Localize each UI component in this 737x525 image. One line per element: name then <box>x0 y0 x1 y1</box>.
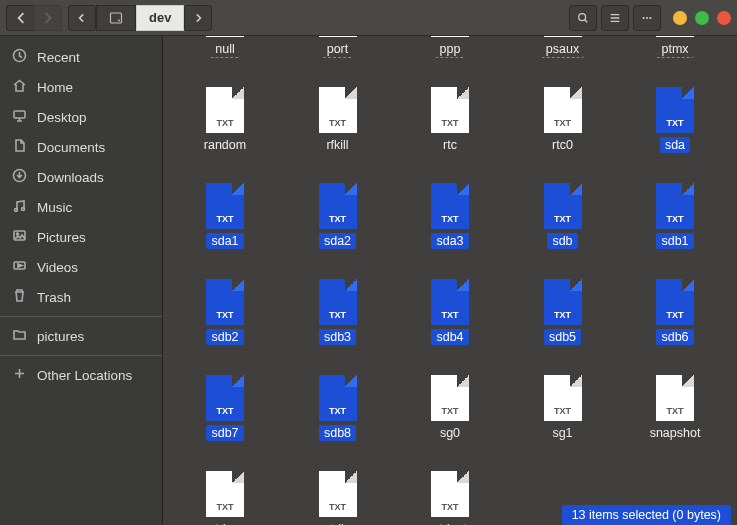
content-area: TXT null TXT port TXT ppp TXT psaux <box>163 36 737 525</box>
file-ext-label: TXT <box>544 310 582 320</box>
text-file-icon: TXT <box>431 87 469 133</box>
file-item[interactable]: TXT sda3 <box>394 177 506 273</box>
file-ext-label: TXT <box>319 502 357 512</box>
path-prev-button[interactable] <box>68 5 96 31</box>
file-item[interactable]: TXT sg1 <box>507 369 619 465</box>
file-grid[interactable]: TXT null TXT port TXT ppp TXT psaux <box>163 36 737 525</box>
view-list-button[interactable] <box>601 5 629 31</box>
recent-icon <box>12 48 27 66</box>
text-file-icon: TXT <box>431 279 469 325</box>
svg-point-5 <box>649 16 651 18</box>
file-item[interactable]: TXT null <box>169 36 281 81</box>
trash-icon <box>12 288 27 306</box>
text-file-icon: TXT <box>544 87 582 133</box>
file-name-label: sdb3 <box>319 329 356 345</box>
file-name-label: sg0 <box>435 425 465 441</box>
file-item[interactable]: TXT sdb5 <box>507 273 619 369</box>
svg-point-3 <box>642 16 644 18</box>
desktop-icon <box>12 108 27 126</box>
file-name-label: sda3 <box>431 233 468 249</box>
file-name-label: sdb8 <box>319 425 356 441</box>
file-item[interactable]: TXT sg0 <box>394 369 506 465</box>
file-item[interactable]: TXT sdb1 <box>619 177 731 273</box>
path-current-segment[interactable]: dev <box>136 5 184 31</box>
file-item[interactable]: TXT rfkill <box>282 81 394 177</box>
file-item[interactable]: TXT sdb7 <box>169 369 281 465</box>
text-file-icon: TXT <box>544 183 582 229</box>
sidebar-item-documents[interactable]: Documents <box>0 132 162 162</box>
file-item[interactable]: TXT stderr <box>169 465 281 525</box>
text-file-icon: TXT <box>656 183 694 229</box>
file-item[interactable]: TXT random <box>169 81 281 177</box>
file-name-label: snapshot <box>645 425 706 441</box>
file-name-label: sdb <box>547 233 577 249</box>
file-name-label: sdb6 <box>656 329 693 345</box>
text-file-icon: TXT <box>544 375 582 421</box>
toolbar: dev <box>0 0 737 36</box>
file-item[interactable]: TXT sdb4 <box>394 273 506 369</box>
file-item[interactable]: TXT sdb2 <box>169 273 281 369</box>
file-item[interactable]: TXT sda <box>619 81 731 177</box>
text-file-icon: TXT <box>656 279 694 325</box>
path-next-button[interactable] <box>184 5 212 31</box>
sidebar-item-label: Trash <box>37 290 71 305</box>
file-item[interactable]: TXT rtc <box>394 81 506 177</box>
file-item[interactable]: TXT stdin <box>282 465 394 525</box>
svg-point-1 <box>118 19 120 21</box>
svg-point-2 <box>579 13 586 20</box>
sidebar-item-downloads[interactable]: Downloads <box>0 162 162 192</box>
search-button[interactable] <box>569 5 597 31</box>
file-name-label: sdb4 <box>431 329 468 345</box>
text-file-icon: TXT <box>206 279 244 325</box>
file-name-label: rtc <box>438 137 462 153</box>
sidebar-item-recent[interactable]: Recent <box>0 42 162 72</box>
sidebar-item-home[interactable]: Home <box>0 72 162 102</box>
sidebar-separator <box>0 316 162 317</box>
file-item[interactable]: TXT sdb3 <box>282 273 394 369</box>
sidebar-item-label: Downloads <box>37 170 104 185</box>
file-item[interactable]: TXT sdb6 <box>619 273 731 369</box>
file-name-label: sda2 <box>319 233 356 249</box>
file-name-label: ppp <box>435 41 466 58</box>
svg-rect-0 <box>111 13 122 23</box>
svg-point-4 <box>646 16 648 18</box>
minimize-button[interactable] <box>673 11 687 25</box>
sidebar-item-videos[interactable]: Videos <box>0 252 162 282</box>
file-name-label: sda1 <box>206 233 243 249</box>
text-file-icon: TXT <box>431 36 469 37</box>
text-file-icon: TXT <box>656 87 694 133</box>
sidebar-bookmark-pictures[interactable]: pictures <box>0 321 162 351</box>
path-disk-button[interactable] <box>96 5 136 31</box>
file-item[interactable]: TXT psaux <box>507 36 619 81</box>
text-file-icon: TXT <box>656 36 694 37</box>
sidebar-item-trash[interactable]: Trash <box>0 282 162 312</box>
file-name-label: stderr <box>204 521 246 525</box>
file-ext-label: TXT <box>319 118 357 128</box>
file-item[interactable]: TXT sda1 <box>169 177 281 273</box>
file-item[interactable]: TXT port <box>282 36 394 81</box>
back-button[interactable] <box>6 5 34 31</box>
file-name-label: rfkill <box>321 137 353 153</box>
text-file-icon: TXT <box>206 87 244 133</box>
file-item[interactable]: TXT sdb <box>507 177 619 273</box>
file-name-label: psaux <box>541 41 584 58</box>
maximize-button[interactable] <box>695 11 709 25</box>
sidebar-item-music[interactable]: Music <box>0 192 162 222</box>
sidebar-item-pictures[interactable]: Pictures <box>0 222 162 252</box>
file-item[interactable]: TXT rtc0 <box>507 81 619 177</box>
menu-button[interactable] <box>633 5 661 31</box>
text-file-icon: TXT <box>319 183 357 229</box>
file-item[interactable]: TXT ptmx <box>619 36 731 81</box>
file-item[interactable]: TXT sda2 <box>282 177 394 273</box>
sidebar-other-locations[interactable]: Other Locations <box>0 360 162 390</box>
file-item[interactable]: TXT stdout <box>394 465 506 525</box>
sidebar-item-desktop[interactable]: Desktop <box>0 102 162 132</box>
file-name-label: stdin <box>319 521 355 525</box>
forward-button[interactable] <box>34 5 62 31</box>
close-button[interactable] <box>717 11 731 25</box>
file-item[interactable]: TXT sdb8 <box>282 369 394 465</box>
file-name-label: sdb1 <box>656 233 693 249</box>
file-ext-label: TXT <box>206 502 244 512</box>
file-item[interactable]: TXT snapshot <box>619 369 731 465</box>
file-item[interactable]: TXT ppp <box>394 36 506 81</box>
